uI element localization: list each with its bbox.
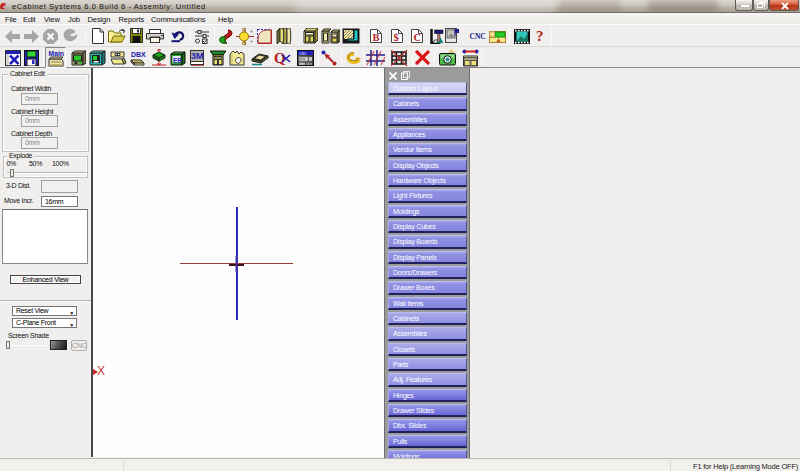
svg-text:3M: 3M [191,51,204,61]
svg-text:EB: EB [173,57,182,64]
svg-text:$: $ [394,32,399,43]
svg-text:B: B [373,32,380,43]
svg-text:DBX: DBX [131,51,146,58]
svg-text:Q: Q [274,50,286,66]
svg-text:CNC: CNC [299,52,307,56]
svg-text:CNC: CNC [300,57,306,61]
svg-text:Main: Main [49,50,64,57]
svg-text:C: C [414,32,422,43]
